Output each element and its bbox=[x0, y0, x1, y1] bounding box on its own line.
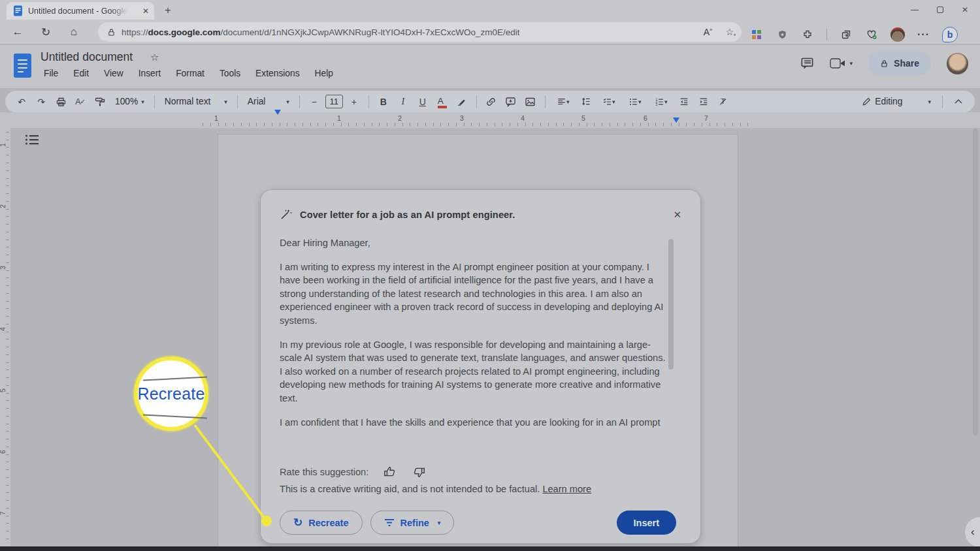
hide-menus-icon[interactable] bbox=[950, 93, 967, 110]
zoom-select[interactable]: 100%▾ bbox=[111, 97, 148, 106]
address-bar[interactable]: https://docs.google.com/document/d/1nNGX… bbox=[98, 22, 742, 42]
paragraph-style-select[interactable]: Normal text▾ bbox=[161, 97, 231, 106]
recreate-button[interactable]: ↻ Recreate bbox=[280, 511, 363, 535]
window-minimize-button[interactable]: — bbox=[911, 5, 919, 14]
new-tab-button[interactable]: + bbox=[165, 4, 171, 17]
document-outline-icon[interactable] bbox=[25, 133, 42, 150]
menu-edit[interactable]: Edit bbox=[69, 67, 93, 80]
tab-close-icon[interactable]: ✕ bbox=[142, 7, 149, 16]
share-button[interactable]: Share bbox=[868, 52, 931, 75]
ruler-number: 4 bbox=[521, 114, 525, 122]
meet-call-button[interactable]: ▾ bbox=[830, 57, 853, 69]
bold-icon[interactable]: B bbox=[375, 93, 392, 110]
line-spacing-icon[interactable] bbox=[578, 93, 595, 110]
align-icon[interactable]: ▾ bbox=[551, 93, 575, 110]
right-indent-marker[interactable] bbox=[673, 118, 679, 123]
document-title[interactable]: Untitled document bbox=[41, 50, 133, 64]
browser-titlebar: Untitled document - Google Doc ✕ + — ✕ bbox=[0, 0, 980, 20]
home-icon[interactable]: ⌂ bbox=[67, 25, 81, 39]
collections-icon[interactable] bbox=[840, 28, 853, 41]
text-color-icon[interactable]: A bbox=[434, 93, 451, 110]
ruler-number: 2 bbox=[398, 114, 402, 122]
underline-icon[interactable]: U bbox=[414, 93, 431, 110]
vertical-ruler[interactable]: 1 2 3 4 5 6 7 bbox=[0, 128, 10, 551]
learn-more-link[interactable]: Learn more bbox=[542, 484, 591, 494]
help-me-write-dialog: Cover letter for a job as an AI prompt e… bbox=[260, 189, 701, 544]
docs-favicon bbox=[13, 5, 23, 16]
redo-icon[interactable]: ↷ bbox=[33, 93, 50, 110]
account-avatar[interactable] bbox=[947, 53, 968, 74]
insert-button[interactable]: Insert bbox=[617, 511, 677, 535]
clear-formatting-icon[interactable]: T bbox=[715, 93, 732, 110]
checklist-caret-icon: ▾ bbox=[612, 99, 615, 105]
dialog-close-icon[interactable]: ✕ bbox=[673, 209, 681, 221]
left-indent-marker[interactable] bbox=[274, 115, 281, 127]
menu-help[interactable]: Help bbox=[310, 67, 338, 80]
add-comment-icon[interactable] bbox=[502, 93, 519, 110]
ruler-ticks bbox=[6, 132, 9, 547]
menu-format[interactable]: Format bbox=[171, 67, 209, 80]
paint-format-icon[interactable] bbox=[91, 93, 108, 110]
browser-menu-icon[interactable]: ··· bbox=[917, 29, 930, 40]
thumbs-down-icon[interactable] bbox=[412, 465, 426, 479]
read-aloud-icon[interactable]: A» bbox=[704, 27, 713, 37]
browser-profile-avatar[interactable] bbox=[890, 27, 905, 42]
callout-hairline bbox=[143, 414, 207, 418]
prompt-title: Cover letter for a job as an AI prompt e… bbox=[300, 210, 515, 220]
window-close-button[interactable]: ✕ bbox=[962, 5, 968, 14]
ruler-number: 7 bbox=[704, 114, 708, 122]
numbered-list-caret-icon: ▾ bbox=[664, 99, 668, 105]
highlight-color-icon[interactable] bbox=[453, 93, 470, 110]
ruler-number: 2 bbox=[0, 204, 7, 208]
bulleted-list-caret-icon: ▾ bbox=[638, 99, 642, 105]
insert-image-icon[interactable] bbox=[522, 93, 539, 110]
extension-icons: ··· b bbox=[750, 25, 958, 44]
menu-insert[interactable]: Insert bbox=[134, 67, 166, 80]
page-scrollbar-thumb[interactable] bbox=[973, 129, 978, 435]
puzzle-extensions-icon[interactable] bbox=[801, 28, 814, 41]
ruler-number: 5 bbox=[0, 388, 7, 392]
insert-link-icon[interactable] bbox=[483, 93, 500, 110]
bulleted-list-icon[interactable]: ▾ bbox=[623, 93, 647, 110]
refine-filter-icon bbox=[384, 518, 395, 527]
office-extension-icon[interactable] bbox=[750, 28, 763, 41]
window-maximize-button[interactable] bbox=[937, 7, 943, 13]
refine-button[interactable]: Refine ▾ bbox=[370, 511, 455, 535]
menu-file[interactable]: File bbox=[39, 67, 63, 80]
undo-icon[interactable]: ↶ bbox=[13, 93, 30, 110]
favorites-star-icon[interactable]: ☆+ bbox=[725, 27, 734, 37]
dialog-scrollbar-thumb[interactable] bbox=[668, 239, 674, 370]
docs-header: Untitled document ☆ File Edit View Inser… bbox=[0, 45, 980, 88]
url-text: https://docs.google.com/document/d/1nNGX… bbox=[122, 27, 519, 37]
font-size-input[interactable]: 11 bbox=[325, 95, 343, 108]
back-icon[interactable]: ← bbox=[10, 25, 25, 39]
italic-icon[interactable]: I bbox=[395, 93, 412, 110]
browser-essentials-icon[interactable] bbox=[865, 28, 878, 41]
checklist-icon[interactable]: ▾ bbox=[597, 93, 621, 110]
reload-icon[interactable]: ↻ bbox=[39, 25, 53, 39]
star-document-icon[interactable]: ☆ bbox=[150, 52, 159, 63]
shield-extension-icon[interactable] bbox=[776, 28, 789, 41]
bing-chat-icon[interactable]: b bbox=[942, 27, 958, 42]
callout-magnifier: Recreate bbox=[134, 356, 208, 431]
browser-tab[interactable]: Untitled document - Google Doc ✕ bbox=[7, 2, 154, 20]
mode-caret-icon: ▾ bbox=[928, 99, 931, 105]
editing-mode-select[interactable]: Editing▾ bbox=[858, 97, 935, 106]
share-label: Share bbox=[894, 58, 919, 69]
font-size-increase-icon[interactable]: + bbox=[346, 93, 363, 110]
google-docs-logo[interactable] bbox=[14, 54, 31, 78]
decrease-indent-icon[interactable] bbox=[676, 93, 693, 110]
horizontal-ruler[interactable]: 1 1 2 3 4 5 6 7 bbox=[0, 112, 980, 128]
thumbs-up-icon[interactable] bbox=[383, 465, 397, 479]
comment-history-icon[interactable] bbox=[800, 57, 814, 70]
menu-view[interactable]: View bbox=[99, 67, 128, 80]
numbered-list-icon[interactable]: 123▾ bbox=[649, 93, 673, 110]
docs-toolbar: ↶ ↷ A✓ 100%▾ Normal text▾ Arial▾ − 11 + … bbox=[5, 91, 975, 112]
menu-tools[interactable]: Tools bbox=[215, 67, 245, 80]
increase-indent-icon[interactable] bbox=[695, 93, 712, 110]
menu-extensions[interactable]: Extensions bbox=[251, 67, 304, 80]
font-size-decrease-icon[interactable]: − bbox=[306, 93, 323, 110]
font-select[interactable]: Arial▾ bbox=[244, 97, 293, 106]
print-icon[interactable] bbox=[52, 93, 69, 110]
spellcheck-icon[interactable]: A✓ bbox=[72, 93, 89, 110]
